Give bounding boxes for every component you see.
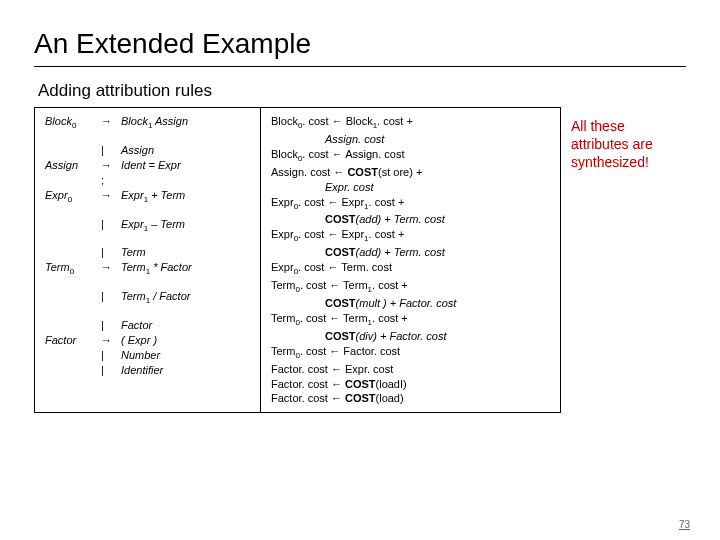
cost: COST bbox=[325, 330, 356, 342]
t: Assign. cost bbox=[271, 132, 552, 147]
t: . cost ← Term bbox=[300, 312, 368, 324]
pipe-icon: | bbox=[101, 318, 121, 333]
lhs: Block bbox=[45, 115, 72, 127]
cost: COST bbox=[325, 246, 356, 258]
t: (st ore) + bbox=[378, 166, 422, 178]
cost: COST bbox=[345, 378, 376, 390]
t: Expr bbox=[271, 261, 294, 273]
lhs: Factor bbox=[45, 333, 101, 348]
slide-title: An Extended Example bbox=[0, 0, 720, 66]
t: Term bbox=[271, 345, 295, 357]
sub: 0 bbox=[68, 195, 72, 204]
t: . cost ← Term bbox=[300, 279, 368, 291]
grammar-table: Block0 → Block1 Assign |Assign Assign→Id… bbox=[34, 107, 561, 413]
lhs: Expr bbox=[45, 189, 68, 201]
t: Factor. cost ← bbox=[271, 378, 345, 390]
t: (add) + Term. cost bbox=[356, 246, 445, 258]
t: (mult ) + Factor. cost bbox=[356, 297, 457, 309]
t: . cost ← Block bbox=[302, 115, 372, 127]
slide-subtitle: Adding attribution rules bbox=[0, 81, 720, 107]
t: Assign. cost ← bbox=[271, 166, 347, 178]
pipe-icon: | bbox=[101, 245, 121, 260]
rhs: Expr bbox=[121, 218, 144, 230]
content-row: Block0 → Block1 Assign |Assign Assign→Id… bbox=[0, 107, 720, 413]
arrow-icon: → bbox=[101, 158, 121, 173]
t: . cost + bbox=[369, 228, 405, 240]
arrow-icon: → bbox=[101, 188, 121, 206]
grammar-productions: Block0 → Block1 Assign |Assign Assign→Id… bbox=[35, 108, 260, 412]
attribution-rules: Block0. cost ← Block1. cost + Assign. co… bbox=[260, 108, 560, 412]
t: Block bbox=[271, 148, 298, 160]
page-number: 73 bbox=[679, 519, 690, 530]
t: . cost ← Expr bbox=[298, 196, 364, 208]
cost: COST bbox=[347, 166, 378, 178]
t: . cost + bbox=[369, 196, 405, 208]
pipe-icon: | bbox=[101, 363, 121, 378]
t: Expr bbox=[271, 196, 294, 208]
sub: 0 bbox=[70, 268, 74, 277]
t: (loadI) bbox=[376, 378, 407, 390]
rhs: / Factor bbox=[150, 290, 190, 302]
t: Factor. cost ← Expr. cost bbox=[271, 362, 552, 377]
lhs: Term bbox=[45, 261, 70, 273]
cost: COST bbox=[345, 392, 376, 404]
t: . cost ← Assign. cost bbox=[302, 148, 404, 160]
title-underline bbox=[34, 66, 686, 67]
rhs: + Term bbox=[148, 189, 185, 201]
arrow-icon: → bbox=[101, 260, 121, 278]
pipe-icon: | bbox=[101, 289, 121, 307]
rhs: Term bbox=[121, 261, 146, 273]
t: Expr. cost bbox=[271, 180, 552, 195]
rhs: Number bbox=[121, 348, 160, 363]
t: Term bbox=[271, 312, 295, 324]
rhs: – Term bbox=[148, 218, 185, 230]
rhs: Assign bbox=[121, 143, 154, 158]
rhs: Identifier bbox=[121, 363, 163, 378]
cost: COST bbox=[325, 297, 356, 309]
rhs: Assign bbox=[152, 115, 188, 127]
t: . cost ← Term. cost bbox=[298, 261, 392, 273]
t: . cost + bbox=[372, 279, 408, 291]
rhs: Factor bbox=[121, 318, 152, 333]
arrow-icon: → bbox=[101, 333, 121, 348]
pipe-icon: | bbox=[101, 348, 121, 363]
rhs: * Factor bbox=[150, 261, 192, 273]
t: . cost + bbox=[372, 312, 408, 324]
t: Block bbox=[271, 115, 298, 127]
t: (load) bbox=[376, 392, 404, 404]
rhs: Expr bbox=[121, 189, 144, 201]
t: (div) + Factor. cost bbox=[356, 330, 447, 342]
sub: 0 bbox=[72, 121, 76, 130]
arrow-icon: → bbox=[101, 114, 121, 132]
t: . cost + bbox=[377, 115, 413, 127]
cost: COST bbox=[325, 213, 356, 225]
rhs: Term bbox=[121, 290, 146, 302]
t: Expr bbox=[271, 228, 294, 240]
t: Term bbox=[271, 279, 295, 291]
semicolon: ; bbox=[101, 173, 121, 188]
t: . cost ← Factor. cost bbox=[300, 345, 400, 357]
t: . cost ← Expr bbox=[298, 228, 364, 240]
t: Factor. cost ← bbox=[271, 392, 345, 404]
pipe-icon: | bbox=[101, 217, 121, 235]
rhs: Ident = Expr bbox=[121, 158, 181, 173]
t: (add) + Term. cost bbox=[356, 213, 445, 225]
pipe-icon: | bbox=[101, 143, 121, 158]
rhs: ( Expr ) bbox=[121, 333, 157, 348]
callout-text: All these attributes are synthesized! bbox=[571, 107, 681, 172]
lhs: Assign bbox=[45, 158, 101, 173]
rhs: Term bbox=[121, 245, 146, 260]
rhs: Block bbox=[121, 115, 148, 127]
